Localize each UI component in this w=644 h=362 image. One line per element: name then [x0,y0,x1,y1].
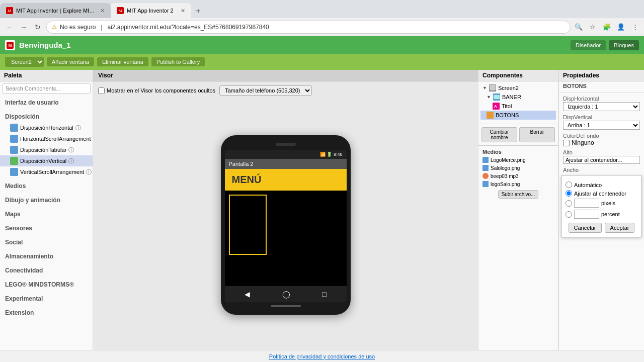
comp-item-titol[interactable]: A Titol [480,102,556,111]
security-warning: ⚠ [52,24,57,30]
palette-section-experim: Experimental [0,292,93,306]
palette-item-disp-vert[interactable]: DisposiciónVertical ⓘ [0,155,93,166]
vert-scroll-info-icon[interactable]: ⓘ [86,168,92,176]
pixels-input[interactable] [574,199,599,208]
palette-item-disp-tabular[interactable]: DisposiciónTabular ⓘ [0,144,93,155]
titol-icon: A [493,103,500,110]
search-icon[interactable]: 🔍 [574,22,584,32]
extensions-icon[interactable]: 🧩 [602,22,612,32]
profile-icon[interactable]: 👤 [616,22,626,32]
screen2-icon [489,84,496,92]
palette-section-disposicion-title[interactable]: Disposición [0,111,93,122]
publish-button[interactable]: Publish to Gallery [151,57,205,66]
percent-input[interactable] [574,210,599,219]
add-screen-button[interactable]: Añadir ventana [47,57,94,66]
bookmark-icon[interactable]: ☆ [588,22,598,32]
palette-section-sensores-title[interactable]: Sensores [0,223,93,234]
new-tab-button[interactable]: + [191,4,205,18]
prop-disp-horiz: DispHorizontal Izquierda : 1 [559,94,644,113]
palette-section-extension-title[interactable]: Extension [0,307,93,318]
prop-color-fondo-checkbox[interactable] [563,140,570,146]
browser-chrome: M MIT App Inventor | Explore MIT ... ✕ M… [0,0,644,36]
privacy-link[interactable]: Política de privacidad y condiciones de … [269,353,375,359]
disp-vert-info-icon[interactable]: ⓘ [68,157,74,165]
prop-disp-horiz-label: DispHorizontal [563,96,640,102]
palette-section-social: Social [0,235,93,249]
percent-radio[interactable] [566,211,572,218]
blocks-button[interactable]: Bloques [609,40,639,50]
prop-disp-vert: DispVertical Arriba : 1 [559,113,644,131]
show-hidden-checkbox[interactable] [98,87,105,94]
medios-section: Medios LogoMerce.png Salologo.png beep03… [478,145,558,203]
media-item-logo-merce[interactable]: LogoMerce.png [480,156,556,164]
phone-apps-btn: □ [322,290,326,298]
app-logo: M [5,40,15,50]
media-item-logo-salo[interactable]: logoSalo.png [480,180,556,188]
viewer-area: 📶 🔋 9:48 Pantalla 2 MENÚ ◀ ◯ □ [93,100,478,350]
designer-button[interactable]: Diseñador [571,40,606,50]
refresh-button[interactable]: ↻ [32,22,43,33]
address-bar[interactable]: ⚠ No es seguro | ai2.appinventor.mit.edu… [46,21,571,34]
palette-section-lego: LEGO® MINDSTORMS® [0,278,93,292]
prop-disp-vert-select[interactable]: Arriba : 1 [563,121,640,130]
palette-item-horiz-scroll[interactable]: HorizontalScrollArrangement ⓘ [0,133,93,144]
palette-section-dibujo: Dibujo y animación [0,193,93,207]
tab-2[interactable]: M MIT App Inventor 2 ✕ [111,3,191,18]
disp-horiz-info-icon[interactable]: ⓘ [75,124,81,132]
disp-tabular-info-icon[interactable]: ⓘ [68,146,74,154]
phone-bottom-bar [271,305,301,307]
forward-button[interactable]: → [18,22,29,33]
phone-title-bar: Pantalla 2 [225,159,347,169]
prop-alto-input[interactable] [563,156,640,164]
comp-item-baner[interactable]: ▼ BANER [480,93,556,102]
back-button[interactable]: ← [4,22,15,33]
ajustar-radio-label: Ajustar al contenedor [574,191,626,197]
logo-merce-icon [482,157,489,163]
phone-size-select[interactable]: Tamaño del teléfono (505,320) [219,85,312,96]
comp-item-botons[interactable]: BOTONS [480,111,556,120]
palette-section-social-title[interactable]: Social [0,237,93,248]
palette-section-interfaz-title[interactable]: Interfaz de usuario [0,97,93,108]
pixels-radio[interactable] [566,200,572,207]
prop-disp-horiz-select[interactable]: Izquierda : 1 [563,102,640,111]
svg-text:A: A [494,104,497,109]
screen-select[interactable]: Screen2 [5,57,44,67]
ajustar-radio[interactable] [566,190,572,197]
palette-section-conectiv-title[interactable]: Conectividad [0,265,93,276]
auto-radio[interactable] [566,182,572,188]
palette-section-lego-title[interactable]: LEGO® MINDSTORMS® [0,279,93,290]
palette-section-maps-title[interactable]: Maps [0,209,93,220]
media-item-beep[interactable]: beep03.mp3 [480,172,556,180]
app-header-buttons: Diseñador Bloques [571,40,639,50]
tab-1[interactable]: M MIT App Inventor | Explore MIT ... ✕ [0,3,111,18]
accept-button[interactable]: Aceptar [605,223,635,233]
tab-1-close[interactable]: ✕ [100,8,105,14]
delete-button[interactable]: Borrar [519,127,555,142]
palette-search-input[interactable] [2,83,91,94]
palette-section-almacen-title[interactable]: Almacenamiento [0,251,93,262]
media-item-salo-logo[interactable]: Salologo.png [480,164,556,172]
palette-section-dibujo-title[interactable]: Dibujo y animación [0,195,93,206]
palette-section-experim-title[interactable]: Experimental [0,293,93,304]
prop-divider-1 [559,92,644,93]
cancel-button[interactable]: Cancelar [569,223,602,233]
properties-panel: Propiedades BOTONS DispHorizontal Izquie… [558,70,644,350]
horiz-scroll-icon [10,135,18,143]
show-hidden-checkbox-label[interactable]: Mostrar en el Visor los componentes ocul… [98,87,215,94]
remove-screen-button[interactable]: Eliminar ventana [97,57,148,66]
svg-text:M: M [9,43,12,48]
prop-ancho: Ancho [559,165,644,175]
palette-item-vert-scroll[interactable]: VerticalScrollArrangement ⓘ [0,166,93,177]
palette-section-medios-title[interactable]: Medios [0,180,93,192]
phone-screen: 📶 🔋 9:48 Pantalla 2 MENÚ ◀ ◯ □ [225,150,347,302]
comp-item-screen2[interactable]: ▼ Screen2 [480,83,556,93]
medios-header: Medios [480,148,556,156]
tab-1-favicon: M [6,7,13,14]
svg-rect-9 [487,112,494,119]
menu-icon[interactable]: ⋮ [630,22,640,32]
phone-box [229,195,267,255]
rename-button[interactable]: Cambiar nombre [481,127,517,142]
upload-file-button[interactable]: Subir archivo... [498,190,539,199]
palette-item-disp-horiz[interactable]: DisposiciónHorizontal ⓘ [0,122,93,133]
tab-2-close[interactable]: ✕ [181,8,185,14]
